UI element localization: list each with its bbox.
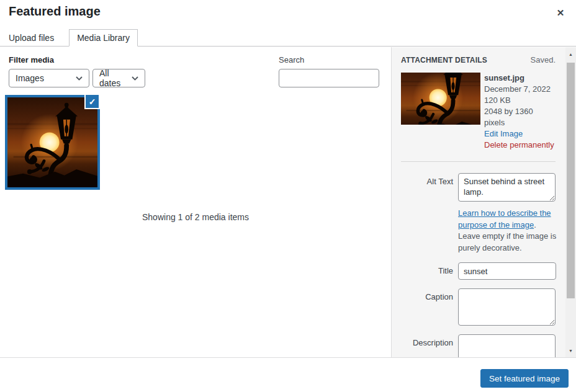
date-filter-value: All dates — [99, 68, 127, 88]
modal-header: Featured image ✕ — [0, 0, 576, 29]
attachment-dimensions: 2048 by 1360 pixels — [484, 106, 556, 128]
media-item-sunset-thumbnail[interactable]: ✓ — [5, 95, 100, 190]
search-label: Search — [279, 55, 304, 65]
description-label: Description — [401, 334, 458, 357]
modal-title: Featured image — [9, 4, 101, 19]
attachment-filesize: 120 KB — [484, 95, 556, 106]
title-row: Title — [401, 262, 556, 280]
sidebar-header: ATTACHMENT DETAILS Saved. — [401, 55, 556, 65]
alt-text-row: Alt Text Sunset behind a street lamp. — [401, 173, 556, 202]
caption-textarea[interactable] — [458, 288, 556, 326]
sidebar-scrollbar[interactable]: ▲ ▼ — [565, 47, 576, 357]
title-label: Title — [401, 262, 458, 280]
title-input[interactable] — [458, 262, 556, 280]
media-type-value: Images — [16, 73, 44, 83]
attachment-details-sidebar: ATTACHMENT DETAILS Saved. sunset.jpg Dec… — [391, 47, 565, 357]
tab-media-library[interactable]: Media Library — [69, 29, 138, 47]
tab-upload-files[interactable]: Upload files — [9, 29, 61, 46]
filter-media-label: Filter media — [9, 55, 54, 65]
scroll-down-icon[interactable]: ▼ — [565, 345, 576, 356]
scrollbar-thumb[interactable] — [567, 63, 575, 298]
caption-label: Caption — [401, 288, 458, 326]
modal-footer: Set featured image — [0, 357, 576, 392]
media-count-text: Showing 1 of 2 media items — [0, 212, 391, 222]
alt-text-label: Alt Text — [401, 173, 458, 202]
edit-image-link[interactable]: Edit Image — [484, 128, 523, 140]
saved-status: Saved. — [531, 55, 556, 65]
alt-text-help: Learn how to describe the purpose of the… — [458, 208, 557, 254]
selected-check-icon[interactable]: ✓ — [84, 94, 100, 109]
description-row: Description — [401, 334, 556, 357]
date-filter-select[interactable]: All dates — [92, 69, 145, 87]
media-library-pane: Filter media Images All dates Search ✓ S… — [0, 47, 391, 357]
attachment-info: sunset.jpg December 7, 2022 120 KB 2048 … — [401, 73, 556, 151]
attachment-meta: sunset.jpg December 7, 2022 120 KB 2048 … — [484, 73, 556, 151]
attachment-details-heading: ATTACHMENT DETAILS — [401, 56, 487, 65]
close-icon[interactable]: ✕ — [550, 2, 571, 24]
chevron-down-icon — [132, 76, 138, 81]
sidebar-divider — [401, 161, 556, 162]
scroll-up-icon[interactable]: ▲ — [565, 49, 576, 60]
caption-row: Caption — [401, 288, 556, 326]
modal-content: Filter media Images All dates Search ✓ S… — [0, 47, 576, 357]
media-type-select[interactable]: Images — [9, 69, 89, 87]
sunset-image — [7, 97, 97, 187]
attachment-date: December 7, 2022 — [484, 84, 556, 95]
set-featured-image-button[interactable]: Set featured image — [480, 369, 569, 388]
alt-text-textarea[interactable]: Sunset behind a street lamp. — [458, 173, 556, 202]
attachment-filename: sunset.jpg — [484, 73, 556, 84]
sunset-image — [401, 73, 480, 125]
description-textarea[interactable] — [458, 334, 556, 357]
featured-image-modal: Featured image ✕ Upload files Media Libr… — [0, 0, 576, 392]
media-router-tabs: Upload files Media Library — [0, 29, 576, 47]
attachment-thumbnail — [401, 73, 480, 125]
search-input[interactable] — [279, 69, 379, 87]
alt-help-link[interactable]: Learn how to describe the purpose of the… — [458, 208, 551, 229]
chevron-down-icon — [76, 76, 83, 81]
delete-permanently-link[interactable]: Delete permanently — [484, 140, 554, 151]
